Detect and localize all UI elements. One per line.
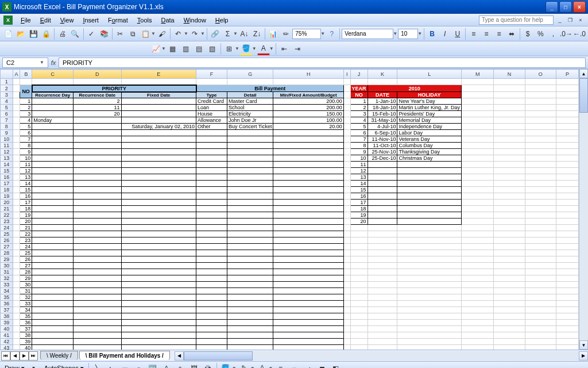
cell-O25[interactable]: [525, 231, 556, 237]
cell-G18[interactable]: [227, 187, 273, 193]
row-header-32[interactable]: 32: [1, 275, 13, 282]
cell-M35[interactable]: [461, 294, 493, 301]
cell-C7[interactable]: Monday: [32, 117, 74, 124]
cell-P4[interactable]: [556, 98, 579, 105]
cell-B13[interactable]: 10: [20, 155, 32, 162]
cell-O27[interactable]: [525, 244, 556, 250]
cell-N9[interactable]: [494, 130, 525, 136]
print-preview-button[interactable]: 🔍: [69, 28, 81, 40]
cell-O12[interactable]: [525, 149, 556, 155]
cell-I32[interactable]: [343, 275, 350, 282]
cell-B16[interactable]: 13: [20, 174, 32, 181]
cell-I3[interactable]: [343, 92, 350, 98]
cell-I24[interactable]: [343, 225, 350, 231]
cell-I31[interactable]: [343, 269, 350, 275]
cell-I8[interactable]: [343, 124, 350, 130]
cell-O23[interactable]: [525, 218, 556, 225]
cell-H29[interactable]: [273, 256, 343, 263]
cell-N29[interactable]: [494, 256, 525, 263]
row-header-41[interactable]: 41: [1, 332, 13, 339]
cell-G34[interactable]: [227, 288, 273, 294]
cell-H11[interactable]: [273, 143, 343, 149]
3d-button[interactable]: ◧: [330, 362, 342, 369]
cell-M20[interactable]: [461, 200, 493, 206]
cell-F5[interactable]: Loan: [196, 105, 227, 111]
cell-E10[interactable]: [121, 136, 196, 143]
cell-K33[interactable]: [368, 282, 397, 288]
cell-N6[interactable]: [494, 111, 525, 117]
cell-I43[interactable]: [343, 345, 350, 350]
cell-C32[interactable]: [32, 275, 74, 282]
cell-N32[interactable]: [494, 275, 525, 282]
cell-N42[interactable]: [494, 339, 525, 345]
cell-B35[interactable]: 32: [20, 294, 32, 301]
cell-E13[interactable]: [121, 155, 196, 162]
cell-N12[interactable]: [494, 149, 525, 155]
cell-D22[interactable]: [74, 212, 121, 218]
row-header-13[interactable]: 13: [1, 155, 13, 162]
cell-J27[interactable]: [350, 244, 368, 250]
col-header-O[interactable]: O: [525, 70, 556, 79]
cell-K34[interactable]: [368, 288, 397, 294]
cell-I19[interactable]: [343, 193, 350, 200]
cell-N1[interactable]: [494, 79, 525, 85]
cell-P43[interactable]: [556, 345, 579, 350]
row-header-35[interactable]: 35: [1, 294, 13, 301]
cell-N18[interactable]: [494, 187, 525, 193]
cell-B32[interactable]: 29: [20, 275, 32, 282]
cell-L43[interactable]: [397, 345, 462, 350]
cell-A36[interactable]: [13, 301, 20, 307]
cell-M16[interactable]: [461, 174, 493, 181]
cell-A39[interactable]: [13, 320, 20, 326]
cell-C39[interactable]: [32, 320, 74, 326]
cell-C13[interactable]: [32, 155, 74, 162]
cell-F26[interactable]: [196, 237, 227, 244]
cell-A23[interactable]: [13, 218, 20, 225]
cell-K23[interactable]: [368, 218, 397, 225]
cell-J23[interactable]: 20: [350, 218, 368, 225]
row-header-10[interactable]: 10: [1, 136, 13, 143]
permission-button[interactable]: 🔒: [40, 28, 52, 40]
cell-I34[interactable]: [343, 288, 350, 294]
cell-B39[interactable]: 36: [20, 320, 32, 326]
cell-A5[interactable]: [13, 105, 20, 111]
cell-O2[interactable]: [525, 85, 556, 92]
cell-M34[interactable]: [461, 288, 493, 294]
wordart-button[interactable]: A: [160, 362, 173, 369]
cell-M15[interactable]: [461, 168, 493, 174]
cell-E7[interactable]: [121, 117, 196, 124]
cell-I22[interactable]: [343, 212, 350, 218]
cell-K15[interactable]: [368, 168, 397, 174]
cell-E35[interactable]: [121, 294, 196, 301]
cell-O28[interactable]: [525, 250, 556, 256]
cell-J39[interactable]: [350, 320, 368, 326]
cell-K39[interactable]: [368, 320, 397, 326]
col-header-B[interactable]: B: [20, 70, 32, 79]
cell-J9[interactable]: 6: [350, 130, 368, 136]
cell-M14[interactable]: [461, 162, 493, 168]
cell-K30[interactable]: [368, 263, 397, 269]
cell-B26[interactable]: 23: [20, 237, 32, 244]
cell-I10[interactable]: [343, 136, 350, 143]
cell-A8[interactable]: [13, 124, 20, 130]
arrow-style-button[interactable]: ⇢: [302, 362, 315, 369]
row-header-40[interactable]: 40: [1, 326, 13, 332]
cell-F40[interactable]: [196, 326, 227, 332]
cell-G5[interactable]: School: [227, 105, 273, 111]
cell-H43[interactable]: [273, 345, 343, 350]
cell-H39[interactable]: [273, 320, 343, 326]
cell-B36[interactable]: 33: [20, 301, 32, 307]
cell-M5[interactable]: [461, 105, 493, 111]
cell-L42[interactable]: [397, 339, 462, 345]
copy-button[interactable]: ⧉: [127, 28, 139, 40]
cell-M12[interactable]: [461, 149, 493, 155]
cell-H19[interactable]: [273, 193, 343, 200]
cell-D33[interactable]: [74, 282, 121, 288]
cell-J19[interactable]: 16: [350, 193, 368, 200]
help-search-input[interactable]: [479, 16, 554, 25]
cell-I42[interactable]: [343, 339, 350, 345]
cell-O39[interactable]: [525, 320, 556, 326]
align-left-button[interactable]: ≡: [467, 28, 479, 40]
col-header-corner[interactable]: [1, 70, 13, 79]
cell-L22[interactable]: [397, 212, 462, 218]
